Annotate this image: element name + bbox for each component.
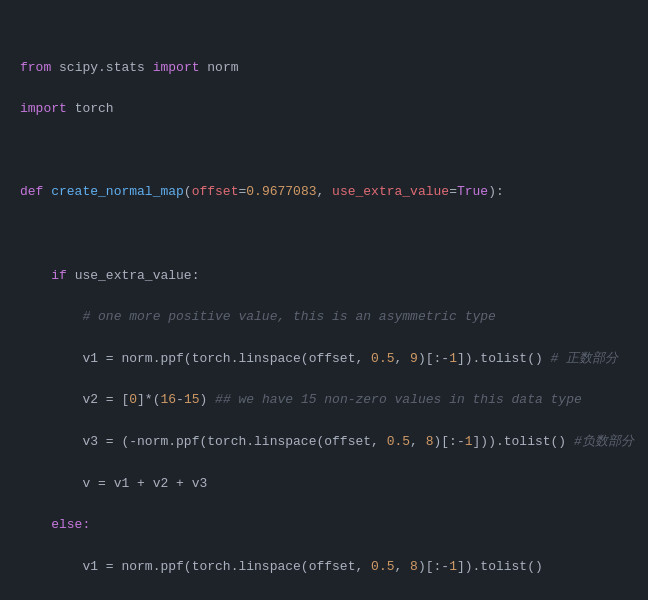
line-6: if use_extra_value:: [20, 266, 628, 287]
line-10: v3 = (-norm.ppf(torch.linspace(offset, 0…: [20, 432, 628, 453]
code-editor: from scipy.stats import norm import torc…: [20, 16, 628, 600]
line-5: [20, 224, 628, 245]
line-12: else:: [20, 515, 628, 536]
line-9: v2 = [0]*(16-15) ## we have 15 non-zero …: [20, 390, 628, 411]
line-3: [20, 141, 628, 162]
line-8: v1 = norm.ppf(torch.linspace(offset, 0.5…: [20, 349, 628, 370]
line-7: # one more positive value, this is an as…: [20, 307, 628, 328]
line-1: from scipy.stats import norm: [20, 58, 628, 79]
line-13: v1 = norm.ppf(torch.linspace(offset, 0.5…: [20, 557, 628, 578]
line-4: def create_normal_map(offset=0.9677083, …: [20, 182, 628, 203]
line-2: import torch: [20, 99, 628, 120]
line-11: v = v1 + v2 + v3: [20, 474, 628, 495]
